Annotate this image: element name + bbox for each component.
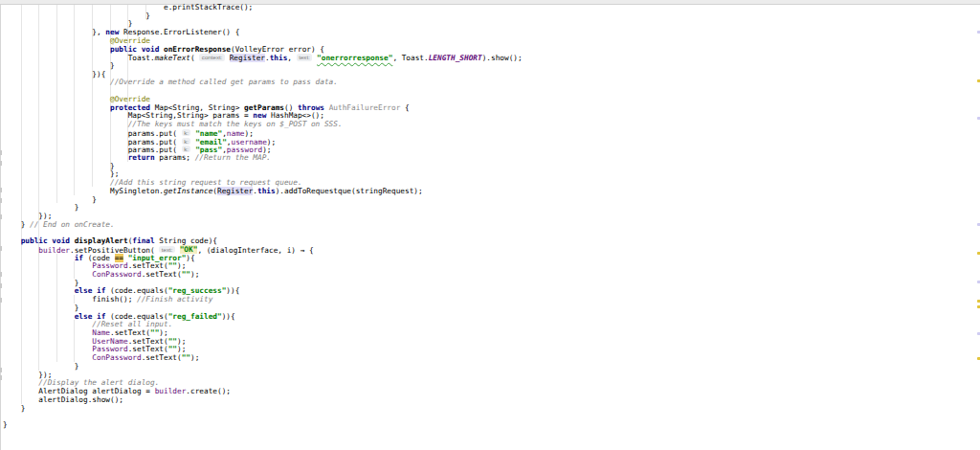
code-token: }); <box>3 371 52 379</box>
code-line[interactable]: } <box>3 363 965 371</box>
inlay-hint-chip: text: <box>159 246 175 253</box>
code-token: onErrorResponse <box>164 45 231 54</box>
code-token <box>3 320 92 328</box>
code-line[interactable]: } <box>3 196 965 205</box>
code-line[interactable]: } <box>3 62 965 71</box>
code-token: ConPassword <box>92 270 141 279</box>
code-token: } <box>3 220 30 229</box>
code-token: return <box>128 153 155 162</box>
code-token: //The keys must match the keys on $_POST… <box>128 120 343 128</box>
code-token: ).addToRequestque(stringRequest); <box>276 187 423 195</box>
code-editor[interactable]: e.printStackTrace(); } } }, new Response… <box>3 4 965 430</box>
code-token: , (dialogInterface, i) → { <box>197 245 313 254</box>
code-token: getInstance <box>164 187 212 195</box>
code-token: .setText( <box>128 337 168 346</box>
code-token: //Reset all input. <box>92 320 172 328</box>
code-token: , Toast. <box>392 54 428 62</box>
gutter-fold-mark[interactable] <box>0 161 2 166</box>
code-token: "" <box>150 328 159 337</box>
code-token: Password <box>92 345 127 353</box>
code-token <box>3 78 110 86</box>
code-token: } <box>3 162 115 170</box>
gutter-fold-mark[interactable] <box>0 283 2 288</box>
code-token: "reg_failed" <box>168 312 222 321</box>
code-token: final <box>132 236 154 245</box>
code-token: @Override <box>110 95 150 103</box>
code-token: "reg_success" <box>168 286 227 295</box>
code-token: ); <box>177 261 186 270</box>
code-token: alertDialog.show(); <box>3 395 123 404</box>
code-line[interactable]: ConPassword.setText(""); <box>3 354 965 363</box>
code-token: }); <box>3 212 52 220</box>
gutter-fold-mark[interactable] <box>0 188 2 192</box>
code-token <box>3 153 128 162</box>
gutter-fold-mark[interactable] <box>0 198 2 203</box>
code-token: Register <box>230 54 265 62</box>
code-line[interactable]: } <box>3 204 965 213</box>
code-token: == <box>115 254 123 262</box>
code-token <box>3 353 92 362</box>
inlay-hint-chip: context: <box>199 54 225 60</box>
code-line[interactable]: MySingleton.getInstance(Register.this).a… <box>3 188 965 196</box>
code-line[interactable]: } // End on onCreate. <box>3 221 965 230</box>
code-token: }; <box>3 169 119 178</box>
code-token: } <box>3 19 132 28</box>
code-token: { <box>400 103 409 112</box>
code-token <box>3 378 38 387</box>
code-token: ( <box>190 54 199 62</box>
code-token: } <box>3 61 115 70</box>
code-token: Register <box>217 187 253 195</box>
code-token <box>3 328 92 337</box>
gutter-fold-mark[interactable] <box>0 150 2 155</box>
code-line[interactable]: return params; //Return the MAP. <box>3 154 965 163</box>
code-token: //Add this string request to request que… <box>110 178 302 187</box>
gutter-fold-mark[interactable] <box>0 246 2 251</box>
gutter-fold-mark[interactable] <box>0 272 2 277</box>
code-line[interactable]: } <box>3 421 965 430</box>
code-line[interactable]: Toast.makeText( context: Register.this, … <box>3 54 965 62</box>
code-token: void <box>142 45 160 54</box>
code-token: displayAlert <box>75 236 128 245</box>
code-token: Password <box>92 261 127 270</box>
gutter-fold-mark[interactable] <box>0 298 2 303</box>
code-token: .setText( <box>142 353 182 362</box>
code-token: // End on onCreate. <box>30 220 115 229</box>
inlay-hint-chip: k: <box>182 138 191 145</box>
inlay-hint-chip: k: <box>182 146 191 152</box>
code-token: , <box>287 54 296 62</box>
code-token: (code <box>83 254 115 262</box>
code-token: "" <box>168 337 177 346</box>
gutter-fold-mark[interactable] <box>0 214 2 219</box>
code-token: void <box>52 236 70 245</box>
code-token: ){ <box>186 254 194 262</box>
gutter-fold-mark[interactable] <box>0 375 2 380</box>
code-token: throws <box>298 103 324 112</box>
code-line[interactable]: finish(); //Finish activity <box>3 296 965 304</box>
code-token: ); <box>177 345 186 353</box>
code-token: (code.equals( <box>105 286 167 295</box>
code-token: "" <box>182 353 190 362</box>
code-line[interactable]: } <box>3 405 965 414</box>
code-token: "" <box>168 345 177 353</box>
code-line[interactable]: //Override a method called get params to… <box>3 79 965 87</box>
code-token: protected <box>110 103 150 112</box>
code-line[interactable] <box>3 413 965 421</box>
code-line[interactable]: AlertDialog alertDialog = builder.create… <box>3 388 965 396</box>
code-token: )){ <box>222 312 235 321</box>
code-token: .setText( <box>128 345 168 353</box>
code-line[interactable]: } <box>3 163 965 171</box>
code-token: else <box>75 312 93 321</box>
gutter-fold-mark[interactable] <box>0 368 2 372</box>
code-token: else <box>75 286 93 295</box>
inlay-hint-chip: k: <box>182 129 191 136</box>
code-line[interactable]: alertDialog.show(); <box>3 396 965 405</box>
code-token <box>3 312 75 321</box>
code-line[interactable]: }); <box>3 213 965 221</box>
code-line[interactable]: ConPassword.setText(""); <box>3 271 965 280</box>
code-token: } <box>3 203 78 212</box>
code-token: ); <box>177 337 186 346</box>
code-token: (VolleyError error) { <box>231 45 324 54</box>
code-token: //Override a method called get params to… <box>110 78 338 86</box>
code-line[interactable]: } <box>3 12 965 21</box>
scrollbar-error-stripe[interactable] <box>967 0 980 450</box>
